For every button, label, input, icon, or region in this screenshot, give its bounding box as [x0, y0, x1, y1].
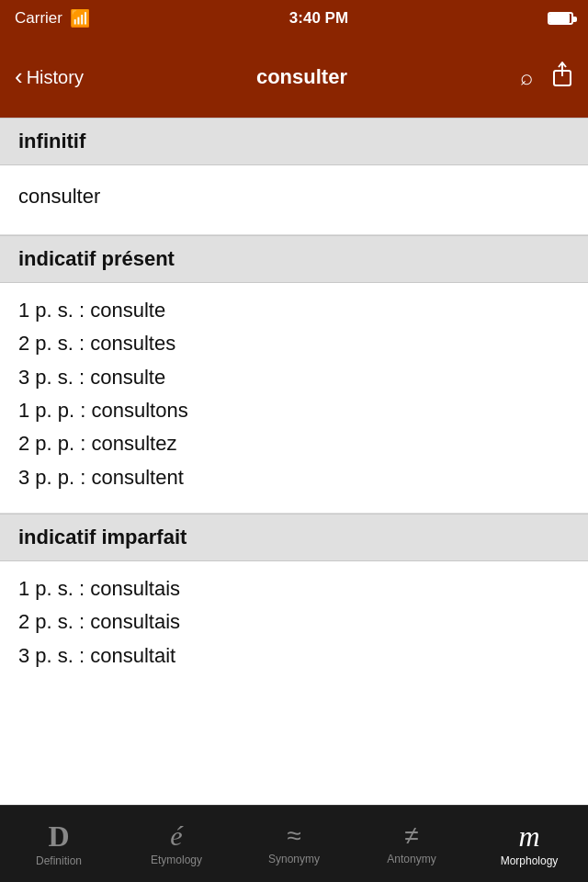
status-time: 3:40 PM: [289, 9, 348, 28]
morphology-label: Morphology: [501, 854, 559, 867]
antonymy-label: Antonymy: [387, 853, 435, 865]
share-icon[interactable]: [551, 62, 573, 93]
battery-icon: [548, 12, 573, 25]
conj-present-3: 3 p. s. : consulte: [18, 361, 570, 394]
section-header-infinitif: infinitif: [0, 118, 588, 165]
back-button[interactable]: ‹ History: [15, 66, 84, 88]
etymology-label: Etymology: [151, 854, 202, 866]
morphology-icon: m: [518, 821, 539, 851]
section-infinitif: infinitif consulter: [0, 118, 588, 234]
conj-present-1: 1 p. s. : consulte: [18, 294, 570, 327]
tab-bar: D Definition é Etymology ≈ Synonymy ≠ An…: [0, 805, 588, 882]
definition-icon: D: [48, 821, 69, 851]
status-bar: Carrier 📶 3:40 PM: [0, 0, 588, 37]
tab-etymology[interactable]: é Etymology: [118, 822, 235, 866]
nav-bar: ‹ History consulter ⌕: [0, 37, 588, 118]
synonymy-label: Synonymy: [268, 853, 320, 865]
wifi-icon: 📶: [70, 8, 90, 28]
conj-imparfait-3: 3 p. s. : consultait: [18, 639, 570, 673]
search-icon[interactable]: ⌕: [520, 64, 533, 90]
conj-present-4: 1 p. p. : consultons: [18, 394, 570, 427]
section-content-indicatif-imparfait: 1 p. s. : consultais 2 p. s. : consultai…: [0, 561, 588, 691]
status-left: Carrier 📶: [15, 8, 90, 28]
tab-morphology[interactable]: m Morphology: [470, 821, 588, 867]
tab-definition[interactable]: D Definition: [0, 821, 118, 867]
tab-synonymy[interactable]: ≈ Synonymy: [235, 823, 353, 865]
infinitif-word: consulter: [18, 176, 570, 216]
section-indicatif-present: indicatif présent 1 p. s. : consulte 2 p…: [0, 235, 588, 513]
conj-imparfait-2: 2 p. s. : consultais: [18, 605, 570, 639]
antonymy-icon: ≠: [404, 823, 418, 849]
conj-present-6: 3 p. p. : consultent: [18, 461, 570, 494]
section-header-indicatif-present: indicatif présent: [0, 235, 588, 283]
conj-present-5: 2 p. p. : consultez: [18, 427, 570, 460]
section-content-indicatif-present: 1 p. s. : consulte 2 p. s. : consultes 3…: [0, 283, 588, 513]
etymology-icon: é: [170, 822, 182, 850]
carrier-label: Carrier: [15, 9, 62, 28]
nav-icons: ⌕: [520, 62, 573, 93]
conj-present-2: 2 p. s. : consultes: [18, 327, 570, 360]
section-indicatif-imparfait: indicatif imparfait 1 p. s. : consultais…: [0, 514, 588, 691]
synonymy-icon: ≈: [287, 823, 300, 849]
section-content-infinitif: consulter: [0, 165, 588, 234]
back-label: History: [27, 67, 84, 88]
back-chevron-icon: ‹: [15, 64, 23, 88]
status-right: [548, 12, 573, 25]
definition-label: Definition: [36, 854, 82, 867]
content-area: infinitif consulter indicatif présent 1 …: [0, 118, 588, 805]
nav-title: consulter: [256, 65, 347, 89]
section-header-indicatif-imparfait: indicatif imparfait: [0, 514, 588, 561]
tab-antonymy[interactable]: ≠ Antonymy: [353, 823, 470, 865]
conj-imparfait-1: 1 p. s. : consultais: [18, 572, 570, 605]
